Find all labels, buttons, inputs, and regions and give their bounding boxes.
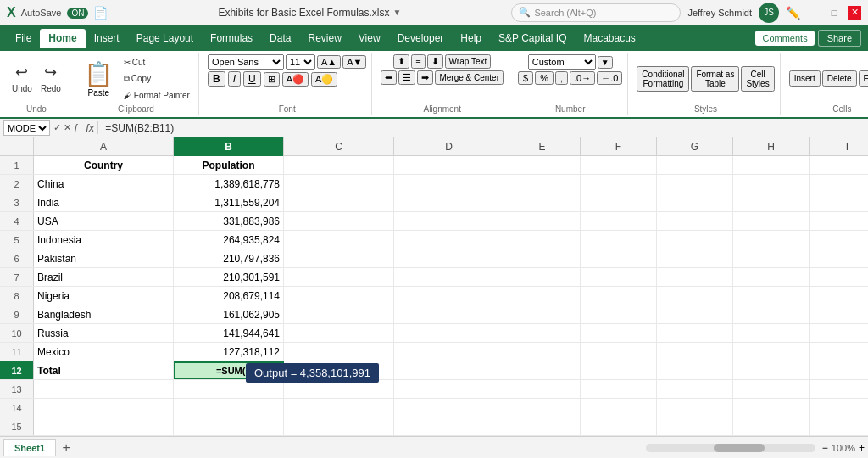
paste-button[interactable]: 📋 Paste <box>79 59 119 99</box>
cell-f3[interactable] <box>581 193 657 211</box>
cell-g4[interactable] <box>657 212 733 230</box>
cell-c3[interactable] <box>284 193 394 211</box>
cell-h9[interactable] <box>733 305 810 323</box>
cell-i14[interactable] <box>810 399 868 417</box>
cell-d11[interactable] <box>394 343 504 361</box>
horizontal-scrollbar[interactable] <box>646 444 815 452</box>
cell-e14[interactable] <box>504 399 581 417</box>
cell-f11[interactable] <box>581 343 657 361</box>
cell-i15[interactable] <box>810 417 868 435</box>
cell-b15[interactable] <box>174 417 284 435</box>
cell-b13[interactable] <box>174 380 284 398</box>
cell-d10[interactable] <box>394 324 504 342</box>
number-format-select[interactable]: Custom <box>528 54 596 70</box>
cell-b14[interactable] <box>174 399 284 417</box>
italic-button[interactable]: I <box>228 71 241 87</box>
tab-file[interactable]: File <box>7 29 40 48</box>
cell-e7[interactable] <box>504 268 581 286</box>
mode-select[interactable]: MODE <box>3 120 50 136</box>
cell-d5[interactable] <box>394 231 504 249</box>
cell-b5[interactable]: 264,935,824 <box>174 231 284 249</box>
cell-d8[interactable] <box>394 287 504 305</box>
cell-d15[interactable] <box>394 417 504 435</box>
cell-f14[interactable] <box>581 399 657 417</box>
zoom-in-button[interactable]: + <box>859 442 865 454</box>
cell-f12[interactable] <box>581 361 657 379</box>
cell-b7[interactable]: 210,301,591 <box>174 268 284 286</box>
bold-button[interactable]: B <box>208 71 225 87</box>
cell-a7[interactable]: Brazil <box>34 268 174 286</box>
cell-i2[interactable] <box>810 175 868 193</box>
tab-help[interactable]: Help <box>452 29 490 48</box>
redo-button[interactable]: ↪ Redo <box>37 61 64 96</box>
conditional-formatting-button[interactable]: ConditionalFormatting <box>637 66 689 92</box>
cell-d6[interactable] <box>394 249 504 267</box>
decrease-decimal-button[interactable]: ←.0 <box>597 71 622 85</box>
align-center-button[interactable]: ☰ <box>398 70 415 85</box>
cell-b9[interactable]: 161,062,905 <box>174 305 284 323</box>
cell-e6[interactable] <box>504 249 581 267</box>
cell-i11[interactable] <box>810 343 868 361</box>
font-color-button[interactable]: A🟡 <box>311 72 337 87</box>
cell-h4[interactable] <box>733 212 810 230</box>
cell-c5[interactable] <box>284 231 394 249</box>
cell-a10[interactable]: Russia <box>34 324 174 342</box>
cell-f13[interactable] <box>581 380 657 398</box>
cell-h7[interactable] <box>733 268 810 286</box>
cell-a6[interactable]: Pakistan <box>34 249 174 267</box>
cell-a5[interactable]: Indonesia <box>34 231 174 249</box>
delete-button[interactable]: Delete <box>822 70 857 87</box>
cell-g13[interactable] <box>657 380 733 398</box>
cell-h8[interactable] <box>733 287 810 305</box>
cell-e3[interactable] <box>504 193 581 211</box>
close-button[interactable]: ✕ <box>848 6 861 20</box>
comma-button[interactable]: , <box>555 71 568 85</box>
cell-c15[interactable] <box>284 417 394 435</box>
cell-h11[interactable] <box>733 343 810 361</box>
cell-a12[interactable]: Total <box>34 361 174 379</box>
tab-home[interactable]: Home <box>40 29 85 48</box>
cell-h10[interactable] <box>733 324 810 342</box>
cell-g5[interactable] <box>657 231 733 249</box>
cell-c13[interactable] <box>284 380 394 398</box>
increase-decimal-button[interactable]: .0→ <box>570 71 595 85</box>
fill-color-button[interactable]: A🔴 <box>282 72 309 87</box>
cell-d1[interactable] <box>394 156 504 174</box>
cell-e8[interactable] <box>504 287 581 305</box>
cell-c7[interactable] <box>284 268 394 286</box>
cell-f7[interactable] <box>581 268 657 286</box>
cut-button[interactable]: ✂ Cut <box>120 55 193 70</box>
cell-c9[interactable] <box>284 305 394 323</box>
cell-f6[interactable] <box>581 249 657 267</box>
cell-b10[interactable]: 141,944,641 <box>174 324 284 342</box>
cell-g10[interactable] <box>657 324 733 342</box>
tab-developer[interactable]: Developer <box>389 29 453 48</box>
cell-a14[interactable] <box>34 399 174 417</box>
tab-formulas[interactable]: Formulas <box>202 29 261 48</box>
comments-button[interactable]: Comments <box>755 31 814 46</box>
col-header-h[interactable]: H <box>733 137 810 156</box>
cell-b4[interactable]: 331,883,986 <box>174 212 284 230</box>
cell-e4[interactable] <box>504 212 581 230</box>
cell-g12[interactable] <box>657 361 733 379</box>
cell-b1[interactable]: Population <box>174 156 284 174</box>
cell-f5[interactable] <box>581 231 657 249</box>
cell-c1[interactable] <box>284 156 394 174</box>
merge-center-button[interactable]: Merge & Center <box>435 70 504 85</box>
cell-h6[interactable] <box>733 249 810 267</box>
currency-button[interactable]: $ <box>518 71 533 85</box>
cell-b6[interactable]: 210,797,836 <box>174 249 284 267</box>
cell-d12[interactable] <box>394 361 504 379</box>
cell-h3[interactable] <box>733 193 810 211</box>
cell-h12[interactable] <box>733 361 810 379</box>
cell-b11[interactable]: 127,318,112 <box>174 343 284 361</box>
wrap-text-button[interactable]: Wrap Text <box>445 54 492 69</box>
cell-a8[interactable]: Nigeria <box>34 287 174 305</box>
cell-i6[interactable] <box>810 249 868 267</box>
cell-i4[interactable] <box>810 212 868 230</box>
cell-e1[interactable] <box>504 156 581 174</box>
cell-g2[interactable] <box>657 175 733 193</box>
cell-d4[interactable] <box>394 212 504 230</box>
format-as-table-button[interactable]: Format asTable <box>691 66 739 92</box>
cell-g14[interactable] <box>657 399 733 417</box>
